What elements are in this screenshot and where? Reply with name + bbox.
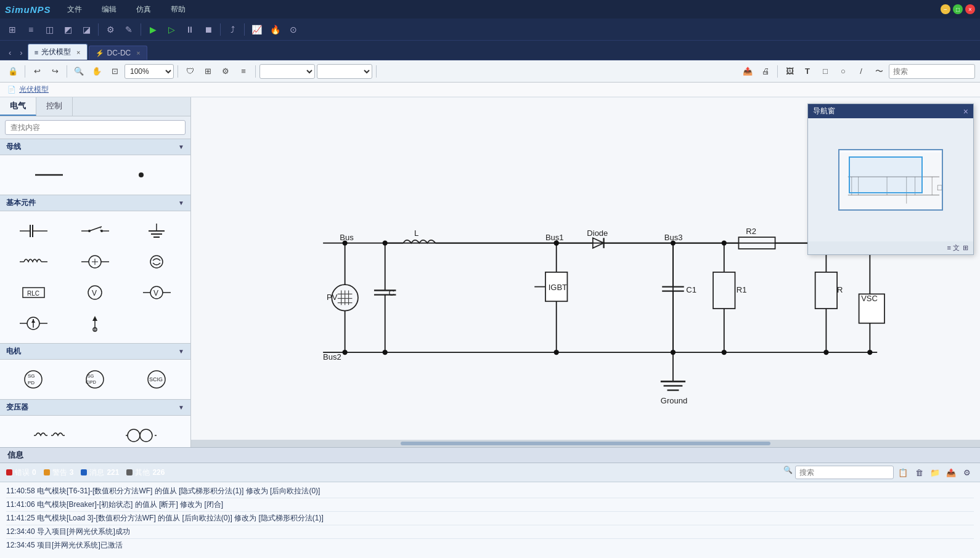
section-transformer-header[interactable]: 变压器 ▼: [0, 399, 190, 416]
nav-viewport[interactable]: [849, 156, 923, 193]
info-search-input[interactable]: [795, 466, 894, 479]
tab-pv[interactable]: ≡ 光伏模型 ×: [28, 44, 88, 60]
comp-transformer1[interactable]: [6, 423, 92, 447]
comp-csource[interactable]: [6, 311, 62, 336]
nav-fit-btn[interactable]: ≡ 文: [947, 243, 960, 253]
minimize-button[interactable]: −: [941, 4, 950, 14]
info-copy-btn[interactable]: 📋: [896, 466, 910, 479]
nav-zoom-btn[interactable]: ⊞: [963, 244, 968, 252]
canvas-area[interactable]: PV C L: [191, 97, 980, 447]
canvas-dropdown1[interactable]: [259, 64, 315, 79]
text-btn[interactable]: T: [799, 63, 815, 79]
zoom-select[interactable]: 100% 75% 50% 150% 200%: [125, 64, 174, 79]
menu-sim[interactable]: 仿真: [133, 3, 155, 16]
info-export-btn[interactable]: 📤: [944, 466, 958, 479]
section-motor-header[interactable]: 电机 ▼: [0, 343, 190, 360]
comp-rotate[interactable]: [129, 249, 184, 274]
comp-ground[interactable]: [129, 219, 184, 243]
breadcrumb-path[interactable]: 光伏模型: [19, 84, 49, 95]
toolbar-open-btn[interactable]: ◩: [59, 21, 76, 38]
inductor-icon: [15, 252, 52, 272]
comp-inductor[interactable]: [6, 249, 62, 274]
line-btn[interactable]: /: [853, 63, 869, 79]
comp-transformer2[interactable]: [99, 423, 185, 447]
tab-control[interactable]: 控制: [36, 97, 73, 116]
rect-btn[interactable]: □: [817, 63, 833, 79]
menu-edit[interactable]: 编辑: [98, 3, 120, 16]
wave-btn[interactable]: 〜: [871, 63, 887, 79]
menu-file[interactable]: 文件: [63, 3, 86, 16]
toolbar-pause-btn[interactable]: ⏸: [181, 21, 198, 38]
info-settings-btn[interactable]: ⚙: [960, 466, 974, 479]
toolbar-chart-btn[interactable]: 📈: [248, 21, 265, 38]
tab-dcdc-close[interactable]: ×: [136, 49, 140, 57]
print-btn[interactable]: 🖨: [757, 63, 774, 79]
toolbar-grid-btn[interactable]: ⊞: [4, 21, 21, 38]
toolbar-edit-btn[interactable]: ✎: [120, 21, 137, 38]
tab-dcdc[interactable]: ⚡ DC-DC ×: [89, 46, 147, 60]
toolbar-steprun-btn[interactable]: ▷: [163, 21, 180, 38]
zoom-in-btn[interactable]: 🔍: [71, 63, 87, 79]
toolbar-run-btn[interactable]: ▶: [144, 21, 161, 38]
comp-uparrow[interactable]: [68, 311, 123, 336]
h-scrollbar-thumb[interactable]: [401, 442, 770, 445]
menu-help[interactable]: 帮助: [167, 3, 189, 16]
comp-scig[interactable]: SCIG: [129, 367, 184, 392]
fit-btn[interactable]: ⊡: [107, 63, 123, 79]
svg-point-1: [139, 172, 144, 177]
comp-node[interactable]: [99, 163, 185, 187]
redo-btn[interactable]: ↪: [47, 63, 63, 79]
comp-sg-pd[interactable]: SG PD: [6, 367, 62, 392]
toolbar-new-btn[interactable]: ◫: [41, 21, 58, 38]
comp-capacitor[interactable]: [6, 219, 62, 243]
badge-other[interactable]: 其他 226: [126, 467, 165, 478]
nav-window-close[interactable]: ×: [963, 107, 968, 116]
undo-btn[interactable]: ↩: [29, 63, 45, 79]
badge-error[interactable]: 错误 0: [6, 467, 36, 478]
comp-busbar[interactable]: [6, 163, 92, 187]
comp-source[interactable]: [68, 249, 123, 274]
badge-info[interactable]: 消息 221: [81, 467, 119, 478]
gear-btn[interactable]: ⚙: [218, 63, 234, 79]
badge-warn[interactable]: 警告 3: [44, 467, 74, 478]
section-basic-header[interactable]: 基本元件 ▼: [0, 195, 190, 211]
toolbar-list-btn[interactable]: ≡: [22, 21, 39, 38]
canvas-sep3: [178, 65, 178, 78]
comp-rlc[interactable]: RLC: [6, 280, 62, 305]
svg-text:R1: R1: [737, 285, 747, 294]
toolbar-save-btn[interactable]: ◪: [78, 21, 95, 38]
ellipse-btn[interactable]: ○: [835, 63, 851, 79]
toolbar-fire-btn[interactable]: 🔥: [266, 21, 284, 38]
tab-back-btn[interactable]: ‹: [5, 46, 15, 60]
close-button[interactable]: ×: [965, 4, 975, 14]
comp-sg-cipd[interactable]: SG CIPD: [68, 367, 123, 392]
pan-btn[interactable]: ✋: [89, 63, 105, 79]
toolbar-settings-btn[interactable]: ⚙: [102, 21, 119, 38]
layers-btn[interactable]: ≡: [235, 63, 251, 79]
info-delete-btn[interactable]: 🗑: [912, 466, 926, 479]
section-busbar-header[interactable]: 母线 ▼: [0, 139, 190, 155]
h-scrollbar[interactable]: [191, 440, 980, 447]
basic-grid: RLC V V: [0, 211, 190, 343]
toolbar-circle-btn[interactable]: ⊙: [285, 21, 302, 38]
image-btn[interactable]: 🖼: [782, 63, 798, 79]
lock-btn[interactable]: 🔒: [5, 63, 21, 79]
tab-forward-btn[interactable]: ›: [16, 46, 26, 60]
comp-vsource[interactable]: V: [129, 280, 184, 305]
toolbar-stop-btn[interactable]: ⏹: [200, 21, 217, 38]
svg-point-82: [383, 350, 388, 355]
svg-text:Bus2: Bus2: [323, 352, 341, 362]
info-folder-btn[interactable]: 📁: [928, 466, 942, 479]
comp-voltmeter[interactable]: V: [68, 280, 123, 305]
canvas-search-input[interactable]: [889, 64, 975, 79]
component-search-input[interactable]: [5, 120, 186, 135]
shield-btn[interactable]: 🛡: [182, 63, 198, 79]
tab-electrical[interactable]: 电气: [0, 97, 36, 116]
tab-pv-close[interactable]: ×: [76, 49, 80, 56]
box-btn[interactable]: ⊞: [200, 63, 216, 79]
canvas-dropdown2[interactable]: [317, 64, 372, 79]
maximize-button[interactable]: □: [953, 4, 963, 14]
export-btn[interactable]: 📤: [740, 63, 756, 79]
comp-switch[interactable]: [68, 219, 123, 243]
toolbar-monitor-btn[interactable]: ⤴: [224, 21, 241, 38]
